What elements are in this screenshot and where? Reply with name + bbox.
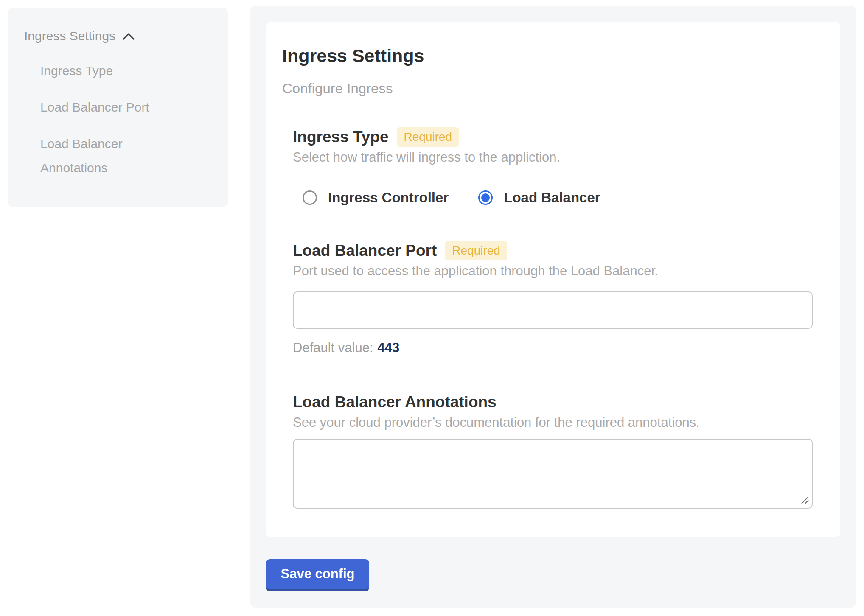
sidebar-item-load-balancer-port[interactable]: Load Balancer Port: [40, 95, 185, 119]
radio-icon: [478, 190, 493, 205]
page-subtitle: Configure Ingress: [282, 80, 813, 97]
required-badge: Required: [397, 127, 459, 147]
page-title: Ingress Settings: [282, 45, 813, 67]
radio-option-ingress-controller[interactable]: Ingress Controller: [303, 190, 449, 205]
section-load-balancer-annotations: Load Balancer Annotations See your cloud…: [293, 392, 813, 509]
section-heading: Load Balancer Annotations: [293, 393, 497, 411]
default-value-label: Default value:: [293, 340, 373, 355]
config-nav-sidebar: Ingress Settings Ingress Type Load Balan…: [8, 8, 228, 207]
ingress-type-radio-group: Ingress Controller Load Balancer: [303, 190, 813, 205]
resize-handle-icon[interactable]: [800, 496, 810, 505]
config-sections: Ingress Type Required Select how traffic…: [293, 127, 813, 509]
radio-label: Load Balancer: [504, 190, 600, 205]
default-value: 443: [378, 340, 400, 355]
sidebar-item-ingress-type[interactable]: Ingress Type: [40, 59, 185, 83]
radio-icon: [303, 190, 317, 205]
load-balancer-port-input[interactable]: [293, 291, 813, 329]
sidebar-item-list: Ingress Type Load Balancer Port Load Bal…: [40, 59, 219, 180]
section-heading-row: Load Balancer Port Required: [293, 241, 813, 261]
sidebar-item-load-balancer-annotations[interactable]: Load Balancer Annotations: [40, 132, 185, 180]
default-value-line: Default value:443: [293, 340, 813, 356]
section-help-text: Select how traffic will ingress to the a…: [293, 148, 813, 167]
section-help-text: See your cloud provider’s documentation …: [293, 413, 813, 432]
load-balancer-annotations-textarea[interactable]: [293, 439, 813, 509]
sidebar-group-label: Ingress Settings: [24, 28, 115, 44]
config-screen: Ingress Settings Ingress Type Load Balan…: [0, 0, 864, 616]
required-badge: Required: [445, 241, 507, 260]
save-config-button[interactable]: Save config: [266, 559, 369, 591]
config-card: Ingress Settings Configure Ingress Ingre…: [266, 22, 840, 537]
section-heading: Load Balancer Port: [293, 242, 437, 260]
section-heading-row: Load Balancer Annotations: [293, 392, 813, 412]
chevron-up-icon: [122, 28, 135, 44]
section-ingress-type: Ingress Type Required Select how traffic…: [293, 127, 813, 205]
sidebar-group-ingress-settings[interactable]: Ingress Settings: [24, 28, 219, 44]
section-heading-row: Ingress Type Required: [293, 127, 813, 147]
section-load-balancer-port: Load Balancer Port Required Port used to…: [293, 241, 813, 356]
config-main-panel: Ingress Settings Configure Ingress Ingre…: [250, 6, 856, 608]
radio-option-load-balancer[interactable]: Load Balancer: [478, 190, 600, 205]
radio-label: Ingress Controller: [328, 190, 449, 205]
section-heading: Ingress Type: [293, 128, 389, 146]
section-help-text: Port used to access the application thro…: [293, 262, 813, 280]
annotations-textarea-wrap: [293, 439, 813, 509]
